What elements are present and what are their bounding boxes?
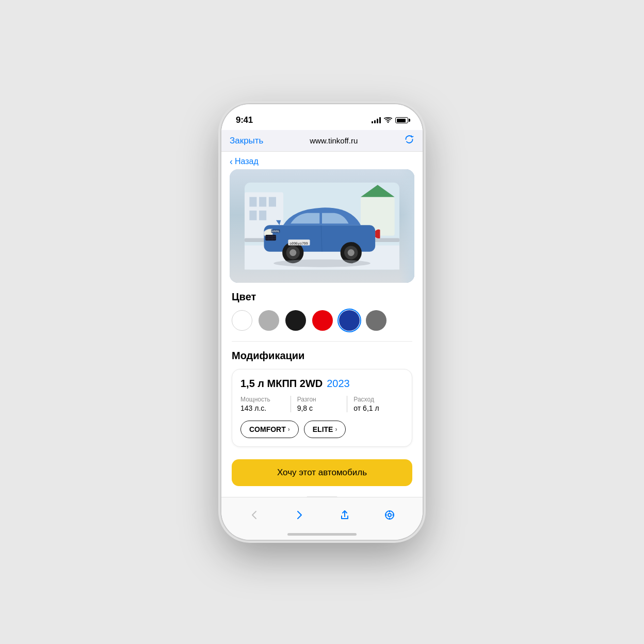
trim-comfort-label: COMFORT (249, 425, 286, 433)
trim-elite-button[interactable]: ELITE › (304, 421, 346, 438)
color-swatch-blue[interactable] (339, 310, 360, 331)
modifications-section: Модификации 1,5 л МКПП 2WD 2023 Мощность… (221, 350, 423, 455)
back-button[interactable]: ‹ Назад (230, 157, 414, 166)
browser-bar: Закрыть www.tinkoff.ru (221, 130, 423, 152)
mod-year: 2023 (327, 378, 350, 390)
car-image: о096уо799 HAVAL (230, 169, 414, 283)
cta-section: Хочу этот автомобиль (221, 455, 423, 496)
svg-point-23 (348, 249, 355, 256)
trim-elite-label: ELITE (313, 425, 333, 433)
svg-point-31 (388, 513, 391, 517)
color-swatches (232, 310, 412, 331)
svg-point-20 (289, 249, 296, 256)
mod-header: 1,5 л МКПП 2WD 2023 (240, 378, 404, 390)
toolbar-share-button[interactable] (333, 504, 356, 526)
chevron-left-icon: ‹ (230, 157, 233, 166)
svg-rect-13 (265, 235, 276, 240)
mod-specs: Мощность 143 л.с. Разгон 9,8 с Расход от… (240, 396, 404, 412)
svg-rect-4 (259, 197, 266, 207)
color-section-title: Цвет (232, 291, 412, 303)
svg-point-26 (273, 260, 371, 267)
trim-comfort-button[interactable]: COMFORT › (240, 421, 299, 438)
color-swatch-silver[interactable] (259, 310, 279, 331)
scroll-area[interactable]: ‹ Назад (221, 152, 423, 497)
browser-reload-button[interactable] (404, 134, 414, 147)
svg-rect-3 (249, 197, 256, 207)
back-label: Назад (235, 157, 259, 166)
svg-rect-5 (269, 197, 276, 207)
cta-button[interactable]: Хочу этот автомобиль (232, 459, 412, 486)
trim-comfort-chevron: › (288, 426, 290, 433)
spec-acceleration-label: Разгон (297, 396, 341, 403)
color-section: Цвет (221, 291, 423, 341)
spec-power: Мощность 143 л.с. (240, 396, 291, 412)
svg-text:HAVAL: HAVAL (271, 230, 280, 233)
spec-acceleration-value: 9,8 с (297, 404, 341, 412)
toolbar-back-button[interactable] (243, 504, 266, 526)
mod-engine: 1,5 л МКПП 2WD (240, 378, 323, 390)
spec-consumption: Расход от 6,1 л (353, 396, 404, 412)
spec-acceleration: Разгон 9,8 с (297, 396, 348, 412)
spec-consumption-label: Расход (353, 396, 397, 403)
battery-icon (395, 117, 408, 123)
svg-point-0 (388, 122, 389, 123)
modification-card: 1,5 л МКПП 2WD 2023 Мощность 143 л.с. Ра… (232, 369, 412, 447)
spec-power-value: 143 л.с. (240, 404, 284, 412)
spec-consumption-value: от 6,1 л (353, 404, 397, 412)
status-bar: 9:41 (221, 104, 423, 130)
back-navigation: ‹ Назад (221, 152, 423, 169)
svg-rect-6 (249, 211, 256, 220)
status-time: 9:41 (236, 115, 253, 125)
signal-icon (372, 117, 381, 123)
spec-power-label: Мощность (240, 396, 284, 403)
toolbar-forward-button[interactable] (288, 504, 311, 526)
browser-close-button[interactable]: Закрыть (230, 136, 263, 146)
color-swatch-white[interactable] (232, 310, 252, 331)
trim-elite-chevron: › (335, 426, 337, 433)
status-icons (372, 117, 408, 123)
browser-url: www.tinkoff.ru (310, 136, 358, 145)
trim-buttons: COMFORT › ELITE › (240, 421, 404, 438)
color-swatch-gray[interactable] (366, 310, 387, 331)
color-swatch-black[interactable] (285, 310, 306, 331)
svg-rect-7 (259, 211, 266, 220)
wifi-icon (384, 117, 392, 123)
svg-text:о096уо799: о096уо799 (289, 242, 308, 246)
color-swatch-red[interactable] (312, 310, 333, 331)
divider (232, 341, 412, 342)
home-indicator (287, 533, 357, 536)
modifications-title: Модификации (232, 350, 412, 362)
toolbar-bookmarks-button[interactable] (378, 504, 401, 526)
car-illustration: о096уо799 HAVAL (245, 182, 399, 270)
